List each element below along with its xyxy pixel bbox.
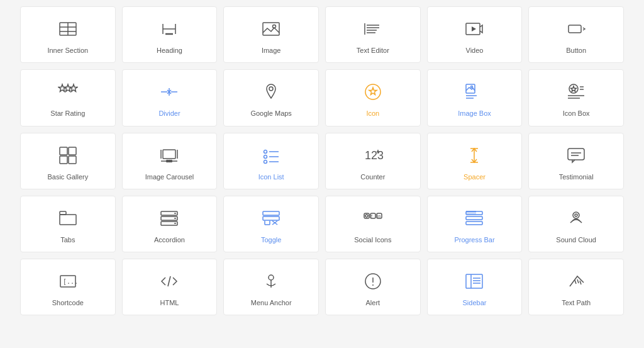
svg-point-88	[573, 212, 579, 218]
widget-label-accordion: Accordion	[154, 235, 185, 244]
widget-item-icon-list[interactable]: Icon List	[223, 133, 319, 189]
widget-item-counter[interactable]: 123 Counter	[325, 133, 421, 189]
widget-label-alert: Alert	[366, 298, 380, 307]
heading-icon	[157, 17, 181, 41]
widget-item-social-icons[interactable]: f in Social Icons	[325, 196, 421, 252]
sound-cloud-icon	[564, 206, 588, 230]
widget-item-button[interactable]: Button	[528, 6, 624, 63]
widget-label-shortcode: Shortcode	[52, 298, 84, 307]
widget-label-tabs: Tabs	[60, 235, 75, 244]
widget-label-text-path: Text Path	[562, 298, 591, 307]
widget-item-sidebar[interactable]: Sidebar	[427, 259, 523, 315]
widget-label-google-maps: Google Maps	[250, 109, 291, 118]
svg-rect-87	[466, 211, 476, 215]
widget-item-alert[interactable]: Alert	[325, 259, 421, 315]
widget-item-shortcode[interactable]: [...] Shortcode	[20, 259, 116, 315]
svg-rect-40	[60, 147, 67, 155]
svg-point-49	[264, 150, 267, 153]
widget-item-accordion[interactable]: Accordion	[122, 196, 218, 252]
sidebar-icon	[462, 269, 486, 293]
button-icon	[564, 17, 588, 41]
toggle-icon	[259, 206, 283, 230]
svg-line-92	[168, 276, 170, 286]
widget-label-sidebar: Sidebar	[463, 298, 487, 307]
widget-label-basic-gallery: Basic Gallery	[47, 172, 88, 181]
widget-row-0: Inner Section Heading Image Text Editor …	[20, 6, 624, 63]
widget-label-heading: Heading	[157, 46, 182, 55]
widget-label-social-icons: Social Icons	[354, 235, 391, 244]
widget-label-spacer: Spacer	[464, 172, 486, 181]
svg-point-31	[471, 86, 473, 88]
icon-list-icon	[259, 143, 283, 167]
widget-label-inner-section: Inner Section	[47, 46, 88, 55]
widget-item-heading[interactable]: Heading	[122, 6, 218, 63]
svg-rect-43	[69, 156, 76, 164]
svg-marker-29	[369, 87, 377, 95]
image-icon	[259, 17, 283, 41]
widget-item-spacer[interactable]: Spacer	[427, 133, 523, 189]
svg-marker-21	[70, 84, 77, 92]
widget-item-star-rating[interactable]: Star Rating	[20, 69, 116, 126]
svg-point-53	[264, 160, 267, 163]
svg-rect-71	[263, 216, 279, 220]
svg-rect-42	[60, 156, 67, 164]
widget-item-image-box[interactable]: Image Box	[427, 69, 523, 126]
progress-bar-icon	[462, 206, 486, 230]
widget-grid: Inner Section Heading Image Text Editor …	[14, 6, 630, 322]
widget-item-basic-gallery[interactable]: Basic Gallery	[20, 133, 116, 189]
widget-item-inner-section[interactable]: Inner Section	[20, 6, 116, 63]
accordion-icon	[157, 206, 181, 230]
widget-item-google-maps[interactable]: Google Maps	[223, 69, 319, 126]
counter-icon: 123	[361, 143, 385, 167]
svg-text:123: 123	[365, 149, 383, 162]
widget-item-toggle[interactable]: Toggle	[223, 196, 319, 252]
widget-label-counter: Counter	[360, 172, 385, 181]
widget-item-image[interactable]: Image	[223, 6, 319, 63]
widget-label-video: Video	[466, 46, 484, 55]
widget-label-star-rating: Star Rating	[50, 109, 85, 118]
widget-label-progress-bar: Progress Bar	[454, 235, 494, 244]
text-path-icon	[564, 269, 588, 293]
widget-item-divider[interactable]: Divider	[122, 69, 218, 126]
widget-label-image: Image	[262, 46, 281, 55]
basic-gallery-icon	[56, 143, 80, 167]
svg-rect-17	[569, 25, 581, 33]
widget-item-html[interactable]: HTML	[122, 259, 218, 315]
svg-rect-70	[263, 211, 279, 215]
svg-point-51	[264, 155, 267, 158]
widget-label-text-editor: Text Editor	[357, 46, 389, 55]
widget-item-testimonial[interactable]: Testimonial	[528, 133, 624, 189]
image-box-icon	[462, 80, 486, 104]
svg-point-93	[269, 275, 274, 280]
widget-item-icon-box[interactable]: Icon Box	[528, 69, 624, 126]
svg-rect-84	[466, 216, 482, 220]
widget-item-image-carousel[interactable]: Image Carousel	[122, 133, 218, 189]
widget-item-menu-anchor[interactable]: Menu Anchor	[223, 259, 319, 315]
widget-label-menu-anchor: Menu Anchor	[251, 298, 292, 307]
widget-item-icon[interactable]: Icon	[325, 69, 421, 126]
shortcode-icon: [...]	[56, 269, 80, 293]
widget-label-image-carousel: Image Carousel	[145, 172, 194, 181]
widget-label-sound-cloud: Sound Cloud	[556, 235, 596, 244]
widget-item-text-editor[interactable]: Text Editor	[325, 6, 421, 63]
widget-item-progress-bar[interactable]: Progress Bar	[427, 196, 523, 252]
widget-item-tabs[interactable]: Tabs	[20, 196, 116, 252]
widget-label-divider: Divider	[158, 109, 180, 118]
svg-rect-63	[60, 215, 76, 225]
widget-item-video[interactable]: Video	[427, 6, 523, 63]
text-editor-icon	[361, 17, 385, 41]
widget-label-icon-box: Icon Box	[563, 109, 590, 118]
svg-rect-85	[466, 222, 482, 225]
svg-line-104	[577, 279, 579, 283]
spacer-icon	[462, 143, 486, 167]
widget-label-button: Button	[566, 46, 586, 55]
widget-item-text-path[interactable]: Text Path	[528, 259, 624, 315]
widget-label-icon-list: Icon List	[258, 172, 284, 181]
icon-box-icon	[564, 80, 588, 104]
widget-item-sound-cloud[interactable]: Sound Cloud	[528, 196, 624, 252]
svg-point-48	[170, 160, 172, 162]
svg-text:f: f	[371, 214, 372, 218]
svg-point-80	[365, 215, 368, 217]
widget-row-3: Tabs Accordion Toggle f in Social Icons …	[20, 196, 624, 252]
widget-row-1: Star Rating Divider Google Maps Icon Ima…	[20, 69, 624, 126]
